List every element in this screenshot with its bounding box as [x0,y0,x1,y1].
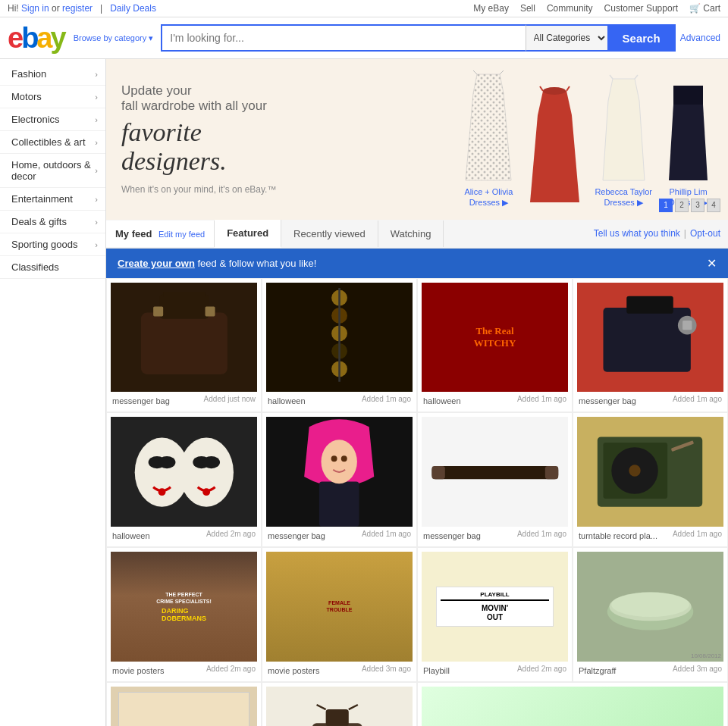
dress-svg-alice [462,70,515,184]
svg-rect-13 [205,306,215,316]
item-label: movie posters [112,666,164,675]
list-item[interactable]: messenger bag Added 1m ago [262,413,416,546]
svg-line-53 [316,705,325,709]
hero-product-black[interactable]: Phillip LimDresses ▶ [664,82,713,208]
chevron-icon-collectibles: › [95,138,98,147]
item-image [577,283,723,393]
sidebar-label-fashion: Fashion [11,68,46,80]
list-item[interactable]: FEMALETROUBLE movie posters Added 3m ago [262,548,416,681]
tab-watching[interactable]: Watching [378,221,444,247]
list-item[interactable]: halloween Added 2m ago [107,413,261,546]
edit-my-feed-link[interactable]: Edit my feed [158,230,205,239]
hero-nav-dot-4[interactable]: 4 [707,199,720,212]
sidebar-item-deals[interactable]: Deals & gifts › [0,211,105,233]
item-image: Treat Yourself to A Visual Feast ofFemal… [111,687,257,726]
list-item[interactable]: The RealWITCHY halloween Added 1m ago [418,279,572,412]
item-info: messenger bag Added 1m ago [422,527,568,543]
svg-rect-24 [683,321,692,330]
sidebar-item-electronics[interactable]: Electronics › [0,108,105,131]
hero-product-alice[interactable]: Alice + OliviaDresses ▶ [462,70,515,208]
opt-out-link[interactable]: Opt-out [690,228,720,239]
search-input[interactable] [161,24,525,52]
sidebar-item-classifieds[interactable]: Classifieds [0,256,105,279]
promo-link[interactable]: Create your own [118,258,195,269]
sidebar-item-fashion[interactable]: Fashion › [0,63,105,86]
woman-svg [281,417,397,527]
ebay-logo[interactable]: ebay [8,23,64,52]
hero-product-red[interactable] [526,85,583,208]
list-item[interactable]: turntable record pla... Added 1m ago [573,413,727,546]
list-item[interactable]: messenger bag Added 3m ago [262,683,416,726]
search-button[interactable]: Search [607,24,676,52]
sidebar-item-sporting[interactable]: Sporting goods › [0,233,105,256]
hero-line1: Update your [121,83,334,99]
dress-svg-black [664,82,713,184]
list-item[interactable]: messenger bag Added just now [107,279,261,412]
register-link[interactable]: register [62,3,93,14]
my-feed-label: My feed [115,228,152,239]
masks-svg [118,423,250,521]
dress-svg-red [526,85,583,206]
my-ebay-link[interactable]: My eBay [473,3,509,14]
browse-category-link[interactable]: Browse by category ▾ [74,33,154,43]
feed-tabs-right: Tell us what you think | Opt-out [594,228,728,239]
hero-tagline: When it's on your mind, it's on eBay.™ [121,184,334,195]
sell-link[interactable]: Sell [520,3,535,14]
my-feed-tab[interactable]: My feed Edit my feed [106,221,215,247]
divider-pipe: | [684,228,686,239]
hero-banner: Update your fall wardrobe with all your … [106,59,728,220]
sidebar-item-motors[interactable]: Motors › [0,86,105,108]
shoulder-bag-svg [292,700,387,726]
sidebar-item-entertainment[interactable]: Entertainment › [0,188,105,211]
item-label: halloween [268,396,306,405]
sidebar-item-collectibles[interactable]: Collectibles & art › [0,131,105,154]
daily-deals-link[interactable]: Daily Deals [110,3,156,14]
list-item[interactable]: THE PERFECTCRIME SPECIALISTS! DARINGDOBE… [107,548,261,681]
community-link[interactable]: Community [547,3,593,14]
tab-recently-viewed[interactable]: Recently viewed [281,221,378,247]
svg-point-31 [202,456,220,468]
hero-label-rebecca[interactable]: Rebecca TaylorDresses ▶ [595,186,652,208]
chevron-icon-electronics: › [95,115,98,124]
promo-close-btn[interactable]: ✕ [707,256,717,271]
list-item[interactable]: PLAYBILL MOVIN'OUT Playbill Added 2m ago [418,548,572,681]
item-image: 10/08/2012 [577,552,723,662]
list-item[interactable]: halloween Added 1m ago [262,279,416,412]
svg-point-36 [331,456,337,462]
list-item[interactable]: 10/08/2012 Pfaltzgraff Added 3m ago [573,548,727,681]
item-image: The RealWITCHY [422,283,568,393]
hero-nav-dot-3[interactable]: 3 [691,199,704,212]
hero-product-cream[interactable]: Rebecca TaylorDresses ▶ [595,74,652,208]
greeting-text: Hi! [8,3,21,14]
svg-point-29 [179,437,234,506]
hero-label-alice[interactable]: Alice + OliviaDresses ▶ [462,186,515,208]
sidebar-label-motors: Motors [11,91,42,102]
svg-rect-11 [159,294,209,319]
customer-support-link[interactable]: Customer Support [604,3,678,14]
svg-rect-22 [627,296,674,314]
list-item[interactable]: messenger bag Added 1m ago [573,279,727,412]
hero-products: Alice + OliviaDresses ▶ [462,70,713,208]
svg-point-28 [158,488,165,496]
advanced-search-link[interactable]: Advanced [680,33,720,43]
svg-rect-40 [545,466,558,479]
item-label: messenger bag [579,396,636,405]
list-item[interactable]: messenger bag Added 1m ago [418,413,572,546]
sidebar-item-home[interactable]: Home, outdoors & decor › [0,154,105,188]
chevron-icon-home: › [95,166,98,175]
sidebar-label-classifieds: Classifieds [11,261,59,273]
item-image: THE PERFECTCRIME SPECIALISTS! DARINGDOBE… [111,552,257,662]
item-time: Added just now [204,395,256,403]
hero-nav-dot-1[interactable]: 1 [659,199,673,212]
svg-line-54 [349,705,358,709]
svg-point-37 [341,456,347,462]
item-label: messenger bag [423,531,481,540]
tab-featured[interactable]: Featured [215,220,281,248]
category-select[interactable]: All Categories [526,24,607,52]
hero-nav-dot-2[interactable]: 2 [675,199,689,212]
daily-deals-item[interactable]: 🏷 dailydeals % OFF [418,683,727,726]
tell-us-link[interactable]: Tell us what you think [594,228,680,239]
sign-in-link[interactable]: Sign in [21,3,49,14]
list-item[interactable]: Treat Yourself to A Visual Feast ofFemal… [107,683,261,726]
cart-link[interactable]: 🛒 Cart [689,3,720,14]
